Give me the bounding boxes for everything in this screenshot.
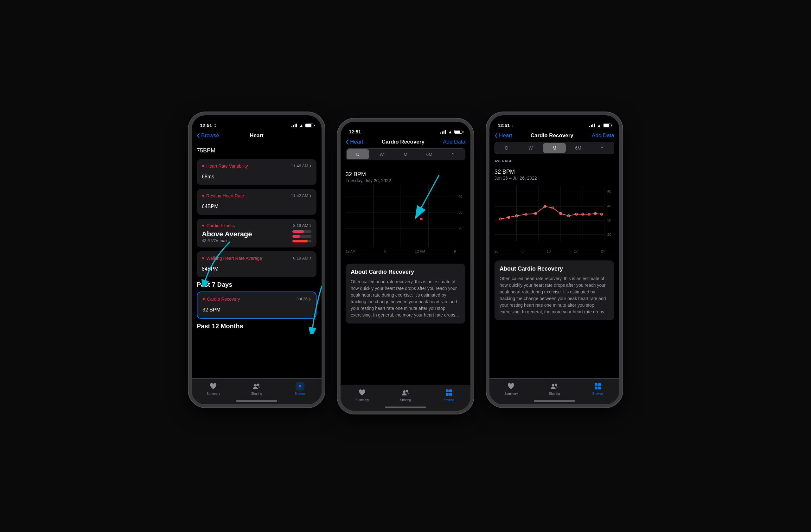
sharing-label-2: Sharing [400,398,411,402]
battery-icon-2 [454,130,462,134]
tab-sharing-3[interactable]: Sharing [542,382,567,395]
phone3-frame: 12:51 ▲ [486,112,623,408]
signal-bars [291,124,297,127]
walking-hr-title: ♥ Walking Heart Rate Average [202,256,262,261]
tab-summary[interactable]: Summary [200,382,226,395]
p3-chart-area: AVERAGE 32 BPM Jun 26 – Jul 26, 2022 [494,159,614,254]
p3-period-day[interactable]: D [495,143,518,153]
svg-rect-22 [449,390,452,392]
period-week[interactable]: W [370,149,393,159]
browse-icon-3 [593,382,602,391]
svg-point-1 [257,383,259,385]
add-data-button[interactable]: Add Data [443,139,465,145]
resting-hr-title: ♥ Resting Heart Rate [202,193,244,198]
period-year[interactable]: Y [442,149,464,159]
home-indicator-3 [534,400,575,402]
hrv-title: ♥ Heart Rate Variability [202,164,248,169]
p3-about-text: Often called heart rate recovery, this i… [500,275,609,315]
heart-icon-3 [507,382,516,391]
about-title: About Cardio Recovery [351,269,460,275]
chart-unit: BPM [352,171,366,178]
dynamic-island [238,119,276,130]
signal-bar-1 [291,126,292,127]
browse-label-2: Browse [444,398,454,402]
cardio-fitness-header: ♥ Cardio Fitness 8:19 AM [202,223,311,228]
home-indicator-2 [385,407,426,408]
tab-browse[interactable]: Browse [287,382,313,395]
svg-text:40: 40 [458,195,462,198]
resting-hr-card[interactable]: ♥ Resting Heart Rate 11:42 AM 64BPM [197,189,317,215]
wifi-icon: ▲ [299,123,304,128]
browse-label-3: Browse [593,392,603,395]
svg-rect-23 [446,393,448,396]
p3-chart-big-number: 32 BPM [494,163,614,176]
status-icons-2: ▲ [440,129,462,134]
tab-summary-2[interactable]: Summary [349,388,375,402]
tab-summary-3[interactable]: Summary [498,382,524,395]
p3-x-label-1: 3 [521,249,523,253]
summary-label-3: Summary [504,392,518,395]
cardio-fitness-bar [292,230,311,242]
cardio-recovery-title: ♥ Cardio Recovery [202,297,240,302]
p3-period-week[interactable]: W [519,143,542,153]
p3-chart-svg: 50 40 30 20 [494,186,614,247]
p3-back-button[interactable]: Heart [494,133,512,139]
past7days-title: Past 7 Days [197,281,317,288]
back-button[interactable]: Browse [197,133,219,139]
heart-icon [209,382,218,391]
p3-x-label-0: 26 [494,249,498,253]
dynamic-island-2 [386,125,425,136]
svg-point-19 [403,390,406,393]
p3-add-data-button[interactable]: Add Data [592,133,614,139]
hrv-value: 68ms [202,170,311,181]
p3-period-6month[interactable]: 6M [567,143,590,153]
svg-rect-3 [300,385,301,386]
tab-sharing[interactable]: Sharing [244,382,269,395]
svg-rect-24 [449,393,452,396]
period-day[interactable]: D [347,149,369,159]
tab-browse-2[interactable]: Browse [436,388,462,402]
phone3-screen: 12:51 ▲ [489,115,619,404]
average-label: AVERAGE [494,159,614,163]
period-selector: D W M 6M Y [346,148,465,160]
period-6month[interactable]: 6M [418,149,441,159]
period-month[interactable]: M [394,149,417,159]
p3-period-month[interactable]: M [543,143,565,153]
chart-big-number: 32 BPM [346,165,465,178]
svg-rect-56 [598,383,601,386]
tab-browse-3[interactable]: Browse [585,382,611,395]
p2-page-title: Cardio Recovery [382,139,425,145]
summary-label: Summary [206,392,220,395]
tab-sharing-2[interactable]: Sharing [393,388,418,402]
cardio-fitness-card[interactable]: ♥ Cardio Fitness 8:19 AM Above Average 4… [197,219,317,247]
p3-x-label-4: 24 [601,249,605,253]
p3-x-label-2: 10 [547,249,551,253]
walking-hr-header: ♥ Walking Heart Rate Average 8:19 AM [202,256,311,261]
dynamic-island-3 [535,119,573,130]
svg-text:20: 20 [607,232,611,236]
svg-text:20: 20 [458,226,462,230]
cardio-recovery-card[interactable]: ♥ Cardio Recovery Jul 26 32 BPM [197,291,317,319]
chart-area: 32 BPM Tuesday, July 26, 2022 [346,165,465,254]
hrv-card[interactable]: ♥ Heart Rate Variability 11:46 AM 68ms [197,159,317,185]
walking-hr-card[interactable]: ♥ Walking Heart Rate Average 8:19 AM 84B… [197,251,317,277]
x-label-0: 12 AM [346,249,355,253]
p1-content: 75BPM ♥ Heart Rate Variability 11:46 AM [192,142,322,330]
svg-point-20 [406,390,408,392]
battery-icon [305,124,313,127]
about-section: About Cardio Recovery Often called heart… [346,264,465,323]
home-indicator [236,400,277,402]
about-text: Often called heart rate recovery, this i… [351,278,460,318]
cardio-fitness-value: Above Average [202,230,252,238]
p3-about-section: About Cardio Recovery Often called heart… [494,260,614,320]
sharing-icon [252,382,261,391]
p3-period-year[interactable]: Y [591,143,613,153]
svg-rect-57 [595,386,597,390]
p2-back-button[interactable]: Heart [346,139,363,145]
status-icons-3: ▲ [589,123,611,128]
heart-icon-2 [358,388,367,397]
svg-text:30: 30 [607,218,611,222]
sharing-icon-2 [401,388,410,397]
cardio-recovery-header: ♥ Cardio Recovery Jul 26 [202,297,311,302]
p3-x-axis-labels: 26 3 10 17 24 [494,249,605,253]
